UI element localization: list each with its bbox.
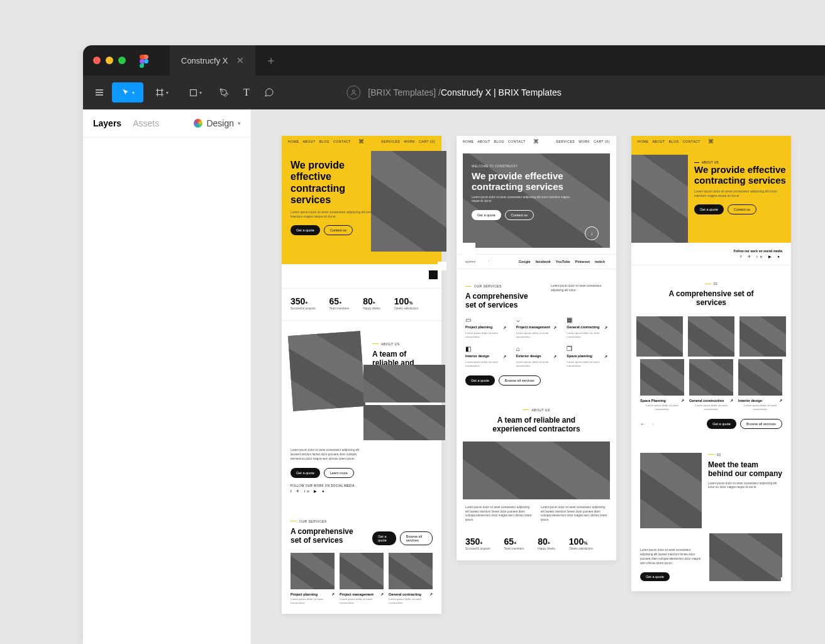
carousel-nav[interactable]: ←→ xyxy=(640,421,655,427)
service-card[interactable]: Project planning↗ Lorem ipsum dolor sit … xyxy=(291,553,335,605)
scroll-down-icon[interactable]: ↓ xyxy=(585,226,599,240)
team-section: 03 Meet the team behind our company Lore… xyxy=(631,436,791,591)
services-section: OUR SERVICES A comprehensive set of serv… xyxy=(282,503,441,614)
decor xyxy=(438,262,446,270)
nav-right[interactable]: SERVICESWORKCART (0) xyxy=(381,140,435,143)
service-item[interactable]: ◧ Interior design↗ Lorem ipsum dolor sit… xyxy=(465,345,506,368)
services-cta2[interactable]: Browse all services xyxy=(499,375,541,386)
services-label: OUR SERVICES xyxy=(291,519,433,523)
service-icon: ❒ xyxy=(567,345,607,352)
about-image-3 xyxy=(363,405,445,440)
nav-left[interactable]: HOMEABOUTBLOGCONTACT xyxy=(638,140,700,143)
cta-secondary[interactable]: Contact us xyxy=(324,225,353,235)
chevron-down-icon: ▾ xyxy=(238,120,241,126)
service-card[interactable]: Interior design↗ Lorem ipsum dolor sit a… xyxy=(738,359,782,411)
arrow-icon: ↗ xyxy=(331,592,335,596)
cta-secondary[interactable]: Contact us xyxy=(728,204,756,214)
breadcrumb-title[interactable]: Construcfy X | BRIX Templates xyxy=(441,87,562,97)
artboard-home-v1[interactable]: HOMEABOUTBLOGCONTACT ⌘ SERVICESWORKCART … xyxy=(282,136,441,614)
service-image xyxy=(688,316,734,357)
tab-layers[interactable]: Layers xyxy=(93,118,121,128)
figma-window: Construcfy X ✕ ＋ ▾ ▾ ▾ T [BRIX Templa xyxy=(83,45,825,644)
services-cta1[interactable]: Get a quote xyxy=(707,419,736,429)
hero-sub: Lorem ipsum dolor sit amet consectetur a… xyxy=(291,210,379,219)
decor xyxy=(604,387,616,399)
cta-primary[interactable]: Get a quote xyxy=(472,210,501,220)
service-card[interactable]: Space Planning↗ Lorem ipsum dolor sit am… xyxy=(640,359,684,411)
file-tab[interactable]: Construcfy X ✕ xyxy=(170,45,255,75)
services-cta1[interactable]: Get a quote xyxy=(465,375,495,386)
service-image xyxy=(739,316,786,357)
services-section: OUR SERVICES A comprehensive set of serv… xyxy=(457,269,616,394)
new-tab-button[interactable]: ＋ xyxy=(265,53,277,68)
tab-assets[interactable]: Assets xyxy=(133,118,159,128)
close-tab-icon[interactable]: ✕ xyxy=(236,55,244,65)
team-image-1 xyxy=(640,453,702,528)
about-cta2[interactable]: Learn more xyxy=(324,468,354,478)
artboard-home-v2[interactable]: HOMEABOUTBLOGCONTACT ⌘ SERVICESWORKCART … xyxy=(457,136,616,560)
services-label: OUR SERVICES xyxy=(465,284,534,288)
pen-tool[interactable] xyxy=(214,82,234,103)
service-card[interactable]: General construction↗ Lorem ipsum dolor … xyxy=(689,359,733,411)
team-image-2 xyxy=(709,533,782,581)
decor xyxy=(781,577,791,587)
about-image-1 xyxy=(288,331,365,411)
cta-primary[interactable]: Get a quote xyxy=(694,204,724,214)
arrow-icon: ↗ xyxy=(604,325,607,330)
team-cta[interactable]: Get a quote xyxy=(640,572,670,581)
hero-title: We provide effective contracting service… xyxy=(694,164,786,186)
services-grid: ▭ Project planning↗ Lorem ipsum dolor si… xyxy=(465,316,607,368)
social-icons[interactable]: f ✈ in ▶ ● xyxy=(291,489,433,493)
window-zoom[interactable] xyxy=(118,57,126,64)
nav-right[interactable]: SERVICESWORKCART (0) xyxy=(556,140,610,143)
cta-primary[interactable]: Get a quote xyxy=(291,225,320,235)
move-tool[interactable]: ▾ xyxy=(112,82,143,103)
service-icon: ▦ xyxy=(567,316,607,323)
service-card[interactable]: Project management↗ Lorem ipsum dolor si… xyxy=(340,553,384,605)
hero-title: We provide effective contracting service… xyxy=(472,170,572,192)
comment-tool[interactable] xyxy=(259,82,279,103)
stats-row: 350+Successful projects65+Team members80… xyxy=(457,534,616,560)
service-item[interactable]: ▭ Project planning↗ Lorem ipsum dolor si… xyxy=(465,316,506,339)
window-minimize[interactable] xyxy=(106,57,113,64)
tab-design[interactable]: Design ▾ xyxy=(194,118,241,128)
arrow-icon: ↗ xyxy=(503,354,506,358)
breadcrumb-prefix[interactable]: [BRIX Templates] / xyxy=(368,87,441,97)
window-close[interactable] xyxy=(93,57,101,64)
site-nav: HOMEABOUTBLOGCONTACT ⌘ SERVICESWORKCART … xyxy=(457,136,616,147)
text-tool[interactable]: T xyxy=(236,82,257,103)
frame-tool[interactable]: ▾ xyxy=(146,82,177,103)
services-sub: Lorem ipsum dolor sit amet consectetur a… xyxy=(551,284,607,293)
hero-image xyxy=(371,151,446,252)
services-cta2[interactable]: Browse all services xyxy=(740,419,782,429)
arrow-icon: ↗ xyxy=(503,325,506,330)
services-cta2[interactable]: Browse all services xyxy=(400,531,433,545)
canvas[interactable]: HOMEABOUTBLOGCONTACT ⌘ SERVICESWORKCART … xyxy=(252,109,825,644)
titlebar: Construcfy X ✕ ＋ xyxy=(83,45,825,75)
services-cta1[interactable]: Get a quote xyxy=(372,531,396,545)
service-item[interactable]: ⌵ Project management↗ Lorem ipsum dolor … xyxy=(516,316,557,339)
svg-rect-0 xyxy=(191,89,197,96)
hero: WELCOME TO CONSTRUCFY We provide effecti… xyxy=(457,147,616,254)
nav-left[interactable]: HOMEABOUTBLOGCONTACT xyxy=(463,140,526,143)
main-menu-button[interactable] xyxy=(89,82,109,103)
about-cta1[interactable]: Get a quote xyxy=(291,468,320,478)
nav-left[interactable]: HOMEABOUTBLOGCONTACT xyxy=(288,140,351,143)
hero: ABOUT US We provide effective contractin… xyxy=(631,147,791,243)
service-card[interactable]: General contracting↗ Lorem ipsum dolor s… xyxy=(389,553,433,605)
team-label: 03 xyxy=(708,453,782,457)
service-item[interactable]: ❒ Space planning↗ Lorem ipsum dolor sit … xyxy=(567,345,607,368)
social-icons[interactable]: f ✈ in ▶ ● xyxy=(640,254,782,258)
card-image xyxy=(340,553,384,589)
cta-secondary[interactable]: Contact us xyxy=(505,210,534,220)
artboard-home-v3[interactable]: HOMEABOUTBLOGCONTACT ⌘ ABOUT US We provi… xyxy=(631,136,791,591)
card-image xyxy=(689,359,733,396)
service-item[interactable]: ⌂ Exterior design↗ Lorem ipsum dolor sit… xyxy=(516,345,557,368)
service-item[interactable]: ▦ General contracting↗ Lorem ipsum dolor… xyxy=(567,316,607,339)
team-avatar-icon[interactable] xyxy=(346,86,360,99)
shape-tool[interactable]: ▾ xyxy=(180,82,211,103)
services-title: A comprehensive set of services xyxy=(291,527,366,545)
decor xyxy=(463,243,475,255)
editor-body: Layers Assets Design ▾ HOMEABOUTBLOGCONT… xyxy=(83,109,825,644)
services-cards: Project planning↗ Lorem ipsum dolor sit … xyxy=(291,553,433,605)
